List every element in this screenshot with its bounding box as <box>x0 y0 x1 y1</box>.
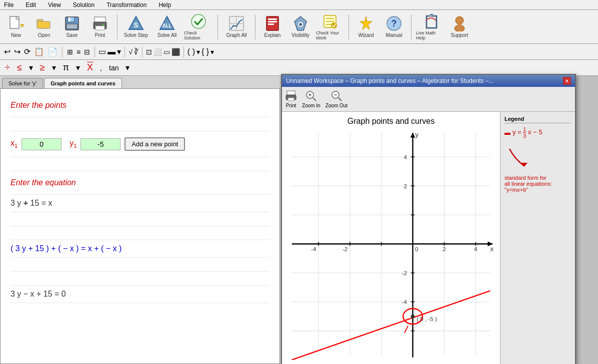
tab-graph-points[interactable]: Graph points and curves <box>44 78 122 88</box>
add-point-button[interactable]: Add a new point <box>124 137 185 151</box>
menu-view[interactable]: View <box>46 0 63 9</box>
solve-step-icon: S <box>128 15 144 31</box>
svg-text:4: 4 <box>474 246 478 252</box>
zoom-in-button[interactable]: Zoom In <box>302 90 320 108</box>
svg-text:-4: -4 <box>402 299 408 305</box>
sep1 <box>117 14 118 39</box>
float-title: Unnamed Workspace – Graph points and cur… <box>286 77 494 84</box>
y1-input[interactable] <box>80 138 120 150</box>
solve-all-button[interactable]: ALL Solve All <box>152 12 182 41</box>
bracket4-btn[interactable]: ⬛ <box>172 48 180 56</box>
cycle-btn[interactable]: ⟳ <box>23 46 32 57</box>
tab-solve-y[interactable]: Solve for 'y' <box>2 78 43 88</box>
open-label: Open <box>38 32 50 38</box>
menu-edit[interactable]: Edit <box>24 0 38 9</box>
svg-text:( 0 , -5 ): ( 0 , -5 ) <box>416 316 437 322</box>
check-solution-button[interactable]: Check Solution <box>184 12 214 41</box>
ws-row-eq1: 3 y + 15 = x <box>10 195 270 212</box>
print-button[interactable]: Print <box>87 12 113 41</box>
brace-btn[interactable]: { } <box>202 47 209 56</box>
explain-button[interactable]: Explain <box>260 12 286 41</box>
equation1: 3 y + 15 = x <box>10 199 52 208</box>
drop1-btn[interactable]: ▾ <box>117 47 121 56</box>
drop-tan[interactable]: ▾ <box>124 62 132 73</box>
drop2-btn[interactable]: ▾ <box>196 48 200 56</box>
x-sym[interactable]: X <box>85 61 95 74</box>
y1-label: y1 <box>70 139 76 149</box>
svg-point-32 <box>331 22 337 28</box>
wizard-icon <box>358 15 374 31</box>
align2-btn[interactable]: ≡ <box>76 47 82 57</box>
menu-file[interactable]: File <box>2 0 16 9</box>
svg-rect-4 <box>37 21 50 28</box>
visibility-button[interactable]: Visibility <box>288 12 314 41</box>
float-print-icon <box>285 90 297 102</box>
tan-sym[interactable]: tan <box>107 63 120 73</box>
svg-marker-2 <box>20 24 24 27</box>
manual-button[interactable]: ? Manual <box>381 12 407 41</box>
solve-step-button[interactable]: S Solve Step <box>122 12 150 41</box>
cbrt-btn[interactable]: ∛ <box>134 48 138 56</box>
paren-btn[interactable]: ( ) <box>188 47 195 56</box>
drop-geq[interactable]: ▾ <box>50 62 58 73</box>
align3-btn[interactable]: ⊟ <box>83 47 91 57</box>
graph-all-button[interactable]: Graph All <box>222 12 251 41</box>
rect2-btn[interactable]: ▬ <box>108 47 116 56</box>
svg-text:2: 2 <box>442 246 446 252</box>
sep5 <box>184 46 184 57</box>
svg-point-17 <box>192 14 206 28</box>
menu-solution[interactable]: Solution <box>71 0 96 9</box>
explain-label: Explain <box>264 32 281 38</box>
leq-sym[interactable]: ≤ <box>15 61 24 74</box>
support-button[interactable]: Support <box>446 12 472 41</box>
drop3-btn[interactable]: ▾ <box>210 48 214 56</box>
divide-sym[interactable]: ÷ <box>3 61 12 74</box>
check-work-icon <box>322 13 338 29</box>
pi-sym[interactable]: π <box>61 61 71 74</box>
legend-panel: Legend y = 13 x − 5 standard form forall… <box>500 112 575 364</box>
float-print-button[interactable]: Print <box>285 90 297 108</box>
save-button[interactable]: Save <box>59 12 85 41</box>
check-work-button[interactable]: Check Your Work <box>316 12 344 41</box>
support-icon <box>452 15 468 31</box>
geq-sym[interactable]: ≥ <box>38 61 47 74</box>
visibility-label: Visibility <box>292 32 310 38</box>
menu-transformation[interactable]: Transformation <box>104 0 148 9</box>
live-math-button[interactable]: Live Math Help <box>416 12 444 41</box>
save-icon <box>64 15 80 31</box>
ws-row-section1: Enter the points <box>10 94 270 117</box>
bracket2-btn[interactable]: ⬜ <box>154 48 162 56</box>
undo-btn[interactable]: ↩ <box>3 46 12 57</box>
x1-input[interactable] <box>22 138 62 150</box>
drop-pi[interactable]: ▾ <box>74 62 82 73</box>
sep4 <box>348 14 349 39</box>
section1-title: Enter the points <box>10 97 66 114</box>
bracket3-btn[interactable]: ▭ <box>164 48 170 56</box>
support-label: Support <box>450 32 468 38</box>
svg-text:-2: -2 <box>342 246 348 252</box>
float-titlebar: Unnamed Workspace – Graph points and cur… <box>282 75 575 87</box>
comma-sym[interactable]: , <box>98 63 104 73</box>
svg-marker-33 <box>360 16 372 29</box>
ws-row-empty4 <box>10 226 270 240</box>
float-close-button[interactable]: × <box>563 77 571 85</box>
drop-leq[interactable]: ▾ <box>27 62 35 73</box>
copy-btn[interactable]: 📋 <box>33 46 45 57</box>
wizard-button[interactable]: Wizard <box>353 12 379 41</box>
open-button[interactable]: Open <box>31 12 57 41</box>
ws-row-empty1 <box>10 117 270 131</box>
rect-btn[interactable]: ▭ <box>98 47 106 56</box>
redo-btn[interactable]: ↪ <box>13 46 22 57</box>
align1-btn[interactable]: ⊞ <box>66 47 74 57</box>
bracket1-btn[interactable]: ⊡ <box>146 48 152 56</box>
graph-all-label: Graph All <box>226 32 246 38</box>
sqrt-btn[interactable]: √ <box>128 48 132 56</box>
new-button[interactable]: New <box>3 12 29 41</box>
ws-row-point-inputs: x1 y1 Add a new point <box>10 131 270 157</box>
svg-text:S: S <box>134 21 138 29</box>
check-work-label: Check Your Work <box>316 30 344 40</box>
zoom-out-button[interactable]: Zoom Out <box>326 90 348 108</box>
page-btn[interactable]: 📄 <box>46 46 58 57</box>
menu-help[interactable]: Help <box>156 0 173 9</box>
save-label: Save <box>66 32 78 38</box>
